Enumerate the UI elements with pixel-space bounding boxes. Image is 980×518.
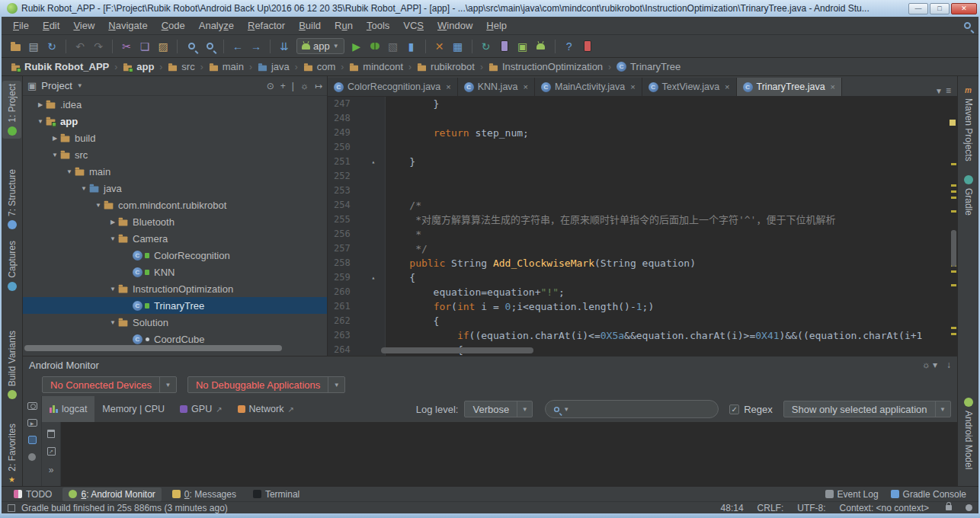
tool-button-2-favorites[interactable]: 2: Favorites★ (2, 420, 21, 488)
run-icon[interactable]: ▶ (348, 38, 365, 55)
monitor-tab-gpu[interactable]: GPU↗ (172, 396, 229, 422)
close-icon[interactable]: × (831, 82, 835, 91)
compile-icon[interactable]: ⇊ (276, 38, 293, 55)
project-panel-header[interactable]: ▣ Project ▼ ⊙ + | ☼ ↦ (23, 76, 327, 96)
breadcrumb-item-instructionoptimization[interactable]: InstructionOptimization (485, 61, 606, 72)
tool-button-gradle[interactable]: Gradle (959, 172, 978, 219)
line-endings[interactable]: CRLF: (757, 503, 784, 513)
tool-button-android-model[interactable]: Android Model (959, 395, 978, 472)
toolwindow-button-0-messages[interactable]: 0: Messages (166, 488, 242, 501)
editor-area[interactable]: CColorRecognition.java×CKNN.java×CMainAc… (328, 76, 957, 356)
screen-record-icon[interactable]: ▶ (27, 419, 37, 427)
sync-icon[interactable]: ↻ (43, 38, 60, 55)
menu-item-navigate[interactable]: Navigate (101, 18, 154, 34)
devices-dropdown[interactable]: No Connected Devices ▼ (42, 376, 177, 393)
tool-button-maven-projects[interactable]: mMaven Projects (959, 82, 978, 165)
toolwindow-button-6-android-monitor[interactable]: 6: Android Monitor (62, 488, 161, 501)
tree-expanded-icon[interactable]: ▼ (107, 319, 118, 326)
breadcrumb-item-trinarytree[interactable]: CTrinaryTree (613, 61, 684, 72)
menu-item-code[interactable]: Code (155, 18, 192, 34)
tool-button-1-project[interactable]: 1: Project (2, 81, 21, 139)
settings-icon[interactable]: ☼ (300, 81, 309, 91)
lock-icon[interactable] (946, 505, 952, 510)
attach-debugger-icon[interactable]: ▮ (403, 38, 420, 55)
chevron-down-icon[interactable]: ▼ (517, 401, 532, 417)
project-tree-hscrollbar[interactable] (24, 345, 282, 351)
back-icon[interactable]: ← (229, 38, 246, 55)
find-icon[interactable] (183, 38, 200, 55)
virtual-device-icon[interactable] (579, 38, 596, 55)
tree-expanded-icon[interactable]: ▼ (107, 286, 118, 293)
breadcrumb-item-rubik robot_app[interactable]: Rubik Robot_APP (8, 61, 112, 72)
tree-item-java[interactable]: ▼java (23, 180, 327, 197)
cut-icon[interactable]: ✂ (118, 38, 135, 55)
tool-button-build-variants[interactable]: Build Variants (2, 328, 21, 402)
open-folder-icon[interactable] (7, 38, 24, 55)
menu-item-analyze[interactable]: Analyze (192, 18, 241, 34)
tree-item-camera[interactable]: ▼Camera (23, 230, 327, 247)
monitor-tab-network[interactable]: Network↗ (230, 396, 302, 422)
paste-icon[interactable]: ▨ (155, 38, 171, 55)
editor-hscrollbar[interactable] (381, 347, 533, 353)
breadcrumb-item-mindcont[interactable]: mindcont (346, 61, 406, 72)
search-everywhere-icon[interactable] (964, 22, 971, 29)
tree-item-trinarytree[interactable]: CTrinaryTree (23, 297, 327, 314)
close-icon[interactable]: × (524, 82, 528, 91)
hide-panel-icon[interactable]: ↦ (315, 81, 322, 91)
breadcrumb-item-rubikrobot[interactable]: rubikrobot (414, 61, 478, 72)
project-structure-icon[interactable]: ▦ (450, 38, 466, 55)
menu-item-view[interactable]: View (66, 18, 101, 34)
breadcrumb-item-java[interactable]: java (255, 61, 293, 72)
tree-item-instructionoptimization[interactable]: ▼InstructionOptimization (23, 280, 327, 297)
redo-icon[interactable]: ↷ (90, 38, 107, 55)
menu-item-window[interactable]: Window (431, 18, 479, 34)
forward-icon[interactable]: → (248, 38, 264, 55)
toolwindow-button-gradle-console[interactable]: Gradle Console (885, 488, 972, 501)
caret-position[interactable]: 48:14 (721, 503, 744, 513)
fold-marker-icon[interactable]: ▴ (361, 155, 386, 169)
debug-icon[interactable] (367, 38, 383, 55)
run-config-dropdown[interactable]: app▼ (296, 38, 344, 54)
toolwindow-button-todo[interactable]: TODO (8, 488, 58, 501)
tab-textview-java[interactable]: CTextView.java× (642, 78, 737, 96)
log-level-dropdown[interactable]: Verbose ▼ (464, 401, 533, 417)
chevron-down-icon[interactable]: ▼ (563, 406, 569, 413)
menu-item-run[interactable]: Run (328, 18, 360, 34)
menu-item-edit[interactable]: Edit (36, 18, 66, 34)
avd-manager-icon[interactable] (496, 38, 513, 55)
filter-dropdown[interactable]: Show only selected application ▼ (783, 401, 951, 417)
terminate-icon[interactable] (28, 453, 36, 461)
close-icon[interactable]: × (630, 82, 635, 91)
tool-button-7-structure[interactable]: 7: Structure (2, 166, 21, 232)
code-viewport[interactable]: 247 }248249 return step_num;250251▴ }252… (328, 97, 957, 356)
close-icon[interactable]: × (725, 82, 729, 91)
tab-mainactivity-java[interactable]: CMainActivity.java× (535, 78, 642, 96)
fold-marker-icon[interactable]: ▴ (361, 270, 386, 285)
replace-icon[interactable] (201, 38, 218, 55)
toolwindow-button-terminal[interactable]: Terminal (247, 488, 306, 501)
tree-item-colorrecognition[interactable]: CColorRecognition (23, 247, 327, 264)
regex-checkbox[interactable]: ✓ (729, 404, 739, 414)
tree-item-bluetooth[interactable]: ▶Bluetooth (23, 213, 327, 230)
scroll-from-source-icon[interactable]: + (280, 81, 286, 91)
monitor-tab-logcat[interactable]: logcat (42, 396, 94, 422)
save-icon[interactable]: ▤ (25, 38, 42, 55)
tree-expanded-icon[interactable]: ▼ (107, 235, 118, 242)
file-encoding[interactable]: UTF-8: (797, 503, 825, 513)
close-icon[interactable]: × (446, 82, 450, 91)
tab-colorrecognition-java[interactable]: CColorRecognition.java× (328, 78, 458, 96)
tree-item-main[interactable]: ▼main (23, 163, 327, 180)
minimize-button[interactable]: — (908, 3, 928, 14)
android-sdk-icon[interactable]: ▣ (514, 38, 531, 55)
screenshot-icon[interactable] (27, 402, 37, 410)
tree-item-com-mindcont-rubikrobot[interactable]: ▼com.mindcont.rubikrobot (23, 197, 327, 213)
tree-item-app[interactable]: ▼app (23, 113, 327, 130)
monitor-tab-memory-cpu[interactable]: Memory | CPU (94, 396, 172, 422)
help-icon[interactable]: ? (561, 38, 578, 55)
tree-collapsed-icon[interactable]: ▶ (35, 101, 46, 108)
tabs-dropdown-icon[interactable]: ▼ (935, 87, 943, 95)
tool-button-captures[interactable]: Captures (2, 238, 21, 294)
menu-item-help[interactable]: Help (479, 18, 514, 34)
settings-icon[interactable]: ☼ ▾ (922, 360, 937, 370)
chevron-down-icon[interactable]: ▼ (159, 377, 176, 392)
